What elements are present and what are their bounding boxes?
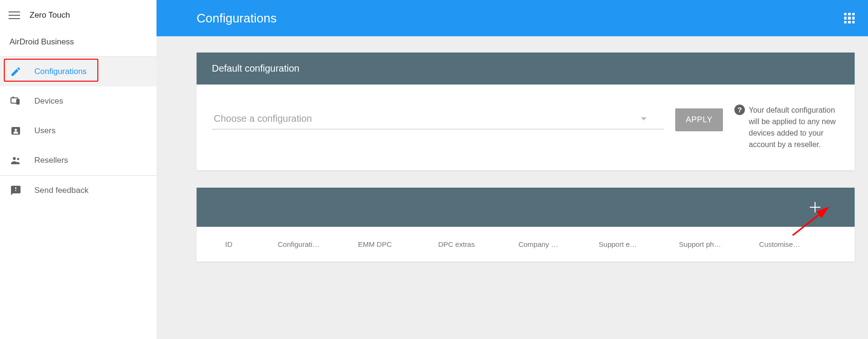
user-icon xyxy=(10,125,22,137)
help-box: ? Your default configuration will be app… xyxy=(734,105,839,150)
sidebar-item-resellers[interactable]: Resellers xyxy=(0,146,157,175)
sidebar-top: Zero Touch xyxy=(0,0,157,31)
svg-point-4 xyxy=(13,157,16,160)
table-header-row: ID Configurati… EMM DPC DPC extras Compa… xyxy=(197,227,855,262)
sidebar-item-feedback[interactable]: Send feedback xyxy=(0,176,157,205)
sidebar-item-devices[interactable]: Devices xyxy=(0,86,157,116)
col-name: Configurati… xyxy=(278,240,358,248)
sidebar-item-label: Devices xyxy=(34,96,63,106)
content: Default configuration Choose a configura… xyxy=(157,36,868,262)
col-support-email: Support e… xyxy=(599,240,679,248)
sidebar-item-label: Send feedback xyxy=(34,186,88,195)
people-icon xyxy=(10,154,22,167)
sidebar-nav: Configurations Devices Users xyxy=(0,57,157,205)
sidebar-item-label: Users xyxy=(34,126,55,136)
sidebar-item-label: Configurations xyxy=(34,67,87,76)
card-header: Default configuration xyxy=(197,53,855,85)
card-header xyxy=(197,188,855,227)
col-dpc-extras: DPC extras xyxy=(438,240,518,248)
help-icon[interactable]: ? xyxy=(734,105,745,115)
add-config-button[interactable] xyxy=(810,202,820,212)
menu-icon[interactable] xyxy=(9,10,20,21)
main: Configurations Default configuration Cho… xyxy=(157,0,868,339)
sidebar-item-configurations[interactable]: Configurations xyxy=(0,57,157,86)
dropdown-field[interactable]: Choose a configuration xyxy=(212,102,664,129)
org-name: AirDroid Business xyxy=(0,31,157,57)
card-body: Choose a configuration APPLY ? Your defa… xyxy=(197,85,855,170)
sidebar: Zero Touch AirDroid Business Configurati… xyxy=(0,0,157,339)
devices-icon xyxy=(10,95,22,107)
feedback-icon xyxy=(10,184,22,197)
svg-point-1 xyxy=(13,97,13,98)
col-customise: Customise… xyxy=(759,240,839,248)
col-support-phone: Support ph… xyxy=(679,240,759,248)
col-id: ID xyxy=(225,240,278,248)
dropdown-placeholder: Choose a configuration xyxy=(214,113,312,124)
product-name: Zero Touch xyxy=(30,11,70,20)
apply-button[interactable]: APPLY xyxy=(675,108,723,131)
help-text: Your default configuration will be appli… xyxy=(749,105,839,150)
card-title: Default configuration xyxy=(212,63,299,74)
config-dropdown[interactable]: Choose a configuration xyxy=(212,102,664,129)
page-title: Configurations xyxy=(197,11,277,26)
chevron-down-icon xyxy=(641,116,647,122)
svg-point-5 xyxy=(17,158,20,160)
apps-grid-icon[interactable] xyxy=(844,13,855,23)
sidebar-item-label: Resellers xyxy=(34,156,68,165)
config-table: ID Configurati… EMM DPC DPC extras Compa… xyxy=(197,227,855,262)
pencil-icon xyxy=(10,65,22,78)
col-company: Company … xyxy=(518,240,598,248)
default-config-card: Default configuration Choose a configura… xyxy=(197,53,855,170)
appbar: Configurations xyxy=(157,0,868,36)
col-emm-dpc: EMM DPC xyxy=(358,240,438,248)
sidebar-item-users[interactable]: Users xyxy=(0,116,157,146)
config-list-card: ID Configurati… EMM DPC DPC extras Compa… xyxy=(197,188,855,262)
svg-point-3 xyxy=(15,129,17,131)
